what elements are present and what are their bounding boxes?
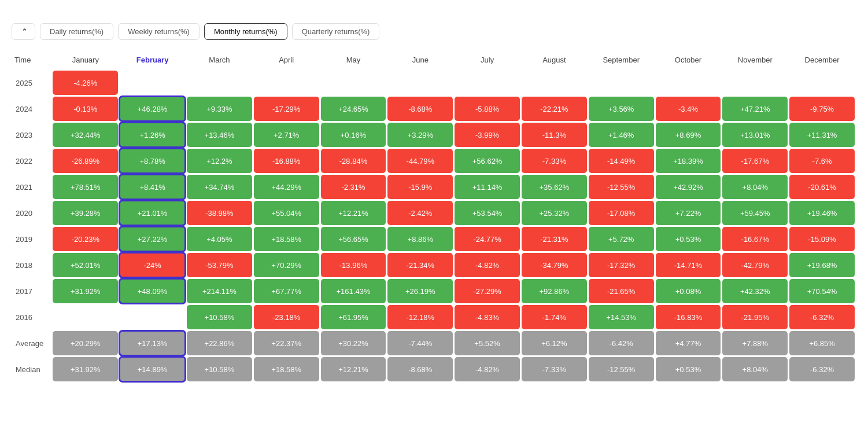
data-cell: +35.62% [522, 175, 587, 199]
data-cell [187, 71, 252, 95]
col-header-april: April [254, 51, 319, 69]
data-cell: +5.72% [589, 227, 654, 251]
data-cell [120, 305, 185, 329]
average-cell: -7.44% [387, 331, 453, 355]
data-cell: +2.71% [254, 123, 319, 147]
data-cell: -17.32% [589, 253, 654, 277]
average-cell: +17.13% [120, 331, 185, 355]
data-cell: -1.74% [522, 305, 587, 329]
data-cell: +48.09% [120, 279, 185, 303]
tab-monthly[interactable]: Monthly returns(%) [204, 23, 287, 40]
data-cell: +214.11% [187, 279, 252, 303]
data-cell: +8.78% [120, 149, 185, 173]
data-cell: -4.82% [455, 253, 520, 277]
median-label: Median [13, 357, 51, 381]
average-cell: +30.22% [321, 331, 386, 355]
average-cell: -6.42% [589, 331, 654, 355]
table-row: 2020+39.28%+21.01%-38.98%+55.04%+12.21%-… [13, 201, 855, 225]
tab-quarterly[interactable]: Quarterly returns(%) [292, 23, 380, 40]
data-cell: +13.46% [187, 123, 252, 147]
data-cell [387, 71, 453, 95]
returns-table-container: Time January February March April May Ju… [12, 49, 856, 383]
median-cell: -4.82% [455, 357, 520, 381]
data-cell: -21.65% [589, 279, 654, 303]
table-row: 2018+52.01%-24%-53.79%+70.29%-13.96%-21.… [13, 253, 855, 277]
data-cell: +4.05% [187, 227, 252, 251]
data-cell: -53.79% [187, 253, 252, 277]
asset-selector[interactable]: ⌃ [12, 23, 35, 40]
average-cell: +5.52% [455, 331, 520, 355]
data-cell: -0.13% [53, 97, 118, 121]
year-cell: 2023 [13, 123, 51, 147]
data-cell: -12.55% [589, 175, 654, 199]
data-cell: +42.32% [722, 279, 788, 303]
data-cell: -21.34% [387, 253, 453, 277]
col-header-august: August [522, 51, 587, 69]
data-cell [722, 71, 788, 95]
data-cell [789, 71, 855, 95]
data-cell: -2.42% [387, 201, 453, 225]
data-cell: +56.65% [321, 227, 386, 251]
median-cell: -12.55% [589, 357, 654, 381]
data-cell: +34.74% [187, 175, 252, 199]
data-cell: +67.77% [254, 279, 319, 303]
data-cell: +55.04% [254, 201, 319, 225]
data-cell: +11.14% [455, 175, 520, 199]
data-cell: +32.44% [53, 123, 118, 147]
data-cell: -17.29% [254, 97, 319, 121]
data-cell: -13.96% [321, 253, 386, 277]
year-cell: 2022 [13, 149, 51, 173]
data-cell: +0.08% [656, 279, 721, 303]
data-cell: +19.68% [789, 253, 855, 277]
median-cell: +10.58% [187, 357, 252, 381]
data-cell: +8.41% [120, 175, 185, 199]
median-cell: +14.89% [120, 357, 185, 381]
col-header-july: July [455, 51, 520, 69]
data-cell: +19.46% [789, 201, 855, 225]
average-cell: +20.29% [53, 331, 118, 355]
col-header-january: January [53, 51, 118, 69]
data-cell: +21.01% [120, 201, 185, 225]
data-cell: -15.9% [387, 175, 453, 199]
data-cell [656, 71, 721, 95]
data-cell: +12.2% [187, 149, 252, 173]
data-cell: -24.77% [455, 227, 520, 251]
average-label: Average [13, 331, 51, 355]
data-cell: -22.21% [522, 97, 587, 121]
data-cell: -38.98% [187, 201, 252, 225]
data-cell: +70.54% [789, 279, 855, 303]
average-cell: +6.12% [522, 331, 587, 355]
average-cell: +4.77% [656, 331, 721, 355]
data-cell: -20.61% [789, 175, 855, 199]
table-row: 2023+32.44%+1.26%+13.46%+2.71%+0.16%+3.2… [13, 123, 855, 147]
data-cell: -14.71% [656, 253, 721, 277]
data-cell: +18.39% [656, 149, 721, 173]
table-row: 2022-26.89%+8.78%+12.2%-16.88%-28.84%-44… [13, 149, 855, 173]
median-row: Median+31.92%+14.89%+10.58%+18.58%+12.21… [13, 357, 855, 381]
col-header-time: Time [13, 51, 51, 69]
data-cell: +3.56% [589, 97, 654, 121]
data-cell: +10.58% [187, 305, 252, 329]
data-cell: -5.88% [455, 97, 520, 121]
chevron-icon: ⌃ [21, 27, 28, 36]
tab-daily[interactable]: Daily returns(%) [40, 23, 113, 40]
year-cell: 2016 [13, 305, 51, 329]
tab-weekly[interactable]: Weekly returns(%) [118, 23, 200, 40]
data-cell: +0.16% [321, 123, 386, 147]
data-cell: -3.99% [455, 123, 520, 147]
data-cell: +31.92% [53, 279, 118, 303]
median-cell: -6.32% [789, 357, 855, 381]
data-cell: -27.29% [455, 279, 520, 303]
data-cell: +8.69% [656, 123, 721, 147]
table-row: 2025-4.26% [13, 71, 855, 95]
data-cell: -9.75% [789, 97, 855, 121]
table-row: 2016+10.58%-23.18%+61.95%-12.18%-4.83%-1… [13, 305, 855, 329]
data-cell: +1.46% [589, 123, 654, 147]
data-cell: +11.31% [789, 123, 855, 147]
data-cell: +25.32% [522, 201, 587, 225]
median-cell: +12.21% [321, 357, 386, 381]
data-cell: +3.29% [387, 123, 453, 147]
data-cell: -15.09% [789, 227, 855, 251]
data-cell: +8.86% [387, 227, 453, 251]
data-cell: +78.51% [53, 175, 118, 199]
